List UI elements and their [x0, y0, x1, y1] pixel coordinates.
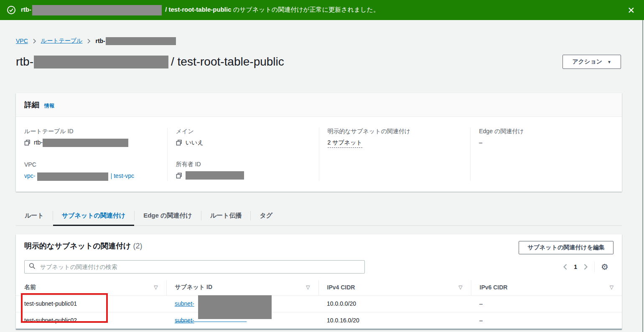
search-icon	[29, 263, 36, 271]
table-title: 明示的なサブネットの関連付け (2)	[24, 241, 142, 251]
tab-tags[interactable]: タグ	[251, 208, 281, 226]
table-row: test-subnet-public02 subnet- 10.0.16.0/2…	[16, 312, 622, 329]
route-table-id-label: ルートテーブル ID	[24, 128, 159, 134]
banner-resource-name: / test-root-table-public	[163, 6, 232, 13]
cell-name: test-subnet-public02	[16, 312, 166, 329]
breadcrumb-current-item: rtb-	[95, 37, 176, 45]
edge-assoc-label: Edge の関連付け	[479, 128, 613, 134]
subnet-count-popover-trigger[interactable]: 2 サブネット	[328, 138, 362, 148]
main-label: メイン	[176, 128, 311, 134]
filter-icon[interactable]: ▽	[306, 284, 310, 290]
edge-assoc-field: Edge の関連付け –	[479, 128, 613, 147]
page-title-prefix: rtb-	[16, 55, 33, 68]
redacted-route-table-id	[32, 5, 162, 15]
route-table-id-prefix: rtb-	[34, 139, 43, 146]
chevron-right-icon	[33, 38, 36, 44]
details-column-1: ルートテーブル ID rtb- VPC vpc-| test-vpc	[16, 128, 167, 181]
tab-edge-associations[interactable]: Edge の関連付け	[135, 208, 201, 226]
vpc-link-prefix: vpc-	[24, 172, 35, 179]
filter-icon[interactable]: ▽	[610, 284, 613, 290]
toolbar-divider	[594, 261, 595, 272]
cell-ipv6-cidr: –	[471, 312, 622, 329]
details-card: 詳細 情報 ルートテーブル ID rtb- VPC vpc-	[16, 93, 622, 192]
cell-name: test-subnet-public01	[16, 295, 166, 312]
vpc-label: VPC	[24, 161, 159, 168]
edge-assoc-value: –	[479, 138, 482, 147]
page-title: rtb- / test-root-table-public	[16, 55, 284, 68]
column-header-label: IPv4 CIDR	[327, 284, 355, 291]
redacted-vpc-id	[37, 172, 108, 181]
page-title-suffix: / test-root-table-public	[171, 55, 284, 68]
vpc-link-name: | test-vpc	[110, 172, 134, 179]
main-value: いいえ	[186, 138, 204, 147]
tab-routes[interactable]: ルート	[16, 208, 53, 226]
column-header-label: サブネット ID	[175, 284, 213, 291]
cell-ipv4-cidr: 10.0.16.0/20	[318, 312, 471, 329]
details-title: 詳細	[24, 100, 39, 110]
explicit-subnet-assoc-label: 明示的なサブネットの関連付け	[328, 128, 462, 134]
column-header-ipv6-cidr[interactable]: IPv6 CIDR▽	[471, 280, 622, 296]
tab-route-propagation[interactable]: ルート伝播	[201, 208, 251, 226]
filter-icon[interactable]: ▽	[154, 284, 158, 290]
previous-page-icon[interactable]	[563, 264, 568, 270]
banner-message: rtb- / test-root-table-public のサブネットの関連付…	[21, 5, 620, 15]
redacted-route-table-id	[43, 139, 128, 147]
table-title-text: 明示的なサブネットの関連付け	[24, 242, 131, 250]
tab-subnet-associations[interactable]: サブネットの関連付け	[53, 208, 134, 226]
column-header-label: 名前	[24, 284, 36, 291]
close-icon[interactable]: ✕	[625, 5, 637, 15]
subnet-link[interactable]: subnet-	[175, 300, 194, 307]
column-header-subnet-id[interactable]: サブネット ID▽	[166, 280, 318, 296]
explicit-subnet-assoc-field: 明示的なサブネットの関連付け 2 サブネット	[328, 128, 462, 148]
subnet-associations-table: 名前▽ サブネット ID▽ IPv4 CIDR▽ IPv6 CIDR▽ test…	[16, 280, 622, 329]
cell-ipv4-cidr: 10.0.0.0/20	[318, 295, 471, 312]
page-body: VPC ルートテーブル rtb- rtb- / test-root-table-…	[0, 20, 644, 332]
search-input-container[interactable]	[24, 260, 365, 274]
chevron-down-icon: ▼	[607, 60, 611, 64]
actions-button-label: アクション	[572, 58, 602, 66]
check-circle-icon	[7, 5, 16, 15]
column-header-name[interactable]: 名前▽	[16, 280, 166, 296]
column-header-label: IPv6 CIDR	[480, 284, 508, 291]
cell-ipv6-cidr: –	[471, 295, 622, 312]
next-page-icon[interactable]	[583, 264, 588, 270]
gear-icon[interactable]: ⚙	[601, 263, 608, 271]
breadcrumb-current-prefix: rtb-	[95, 38, 105, 44]
banner-resource-id: rtb-	[21, 6, 31, 13]
subnet-link[interactable]: subnet-	[175, 317, 194, 324]
banner-message-text: のサブネットの関連付けが正常に更新されました。	[232, 6, 379, 13]
redacted-route-table-id	[106, 37, 176, 45]
redacted-route-table-id	[34, 56, 168, 68]
copy-icon[interactable]	[24, 139, 31, 146]
vpc-link[interactable]: vpc-| test-vpc	[24, 172, 134, 180]
owner-id-field: 所有者 ID	[176, 161, 311, 180]
main-field: メイン いいえ	[176, 128, 311, 147]
redacted-subnet-ids	[198, 295, 272, 319]
tab-bar: ルート サブネットの関連付け Edge の関連付け ルート伝播 タグ	[16, 208, 622, 226]
pagination: 1 ⚙	[563, 261, 608, 272]
info-link[interactable]: 情報	[44, 102, 54, 109]
details-column-3: 明示的なサブネットの関連付け 2 サブネット	[319, 128, 471, 181]
filter-icon[interactable]: ▽	[458, 284, 462, 290]
edit-subnet-associations-button[interactable]: サブネットの関連付けを編集	[519, 241, 613, 254]
actions-button[interactable]: アクション ▼	[563, 55, 621, 69]
details-column-4: Edge の関連付け –	[470, 128, 622, 181]
table-header-row: 名前▽ サブネット ID▽ IPv4 CIDR▽ IPv6 CIDR▽	[16, 280, 622, 296]
table-row: test-subnet-public01 subnet- 10.0.0.0/20…	[16, 295, 622, 312]
search-input[interactable]	[39, 263, 360, 271]
vpc-field: VPC vpc-| test-vpc	[24, 161, 159, 180]
page-number[interactable]: 1	[574, 264, 577, 270]
table-count-badge: (2)	[133, 242, 142, 250]
column-header-ipv4-cidr[interactable]: IPv4 CIDR▽	[318, 280, 471, 296]
subnet-link-underline	[176, 322, 247, 322]
copy-icon[interactable]	[176, 172, 182, 179]
chevron-right-icon	[87, 38, 91, 44]
subnet-associations-card: 明示的なサブネットの関連付け (2) サブネットの関連付けを編集 1 ⚙	[16, 234, 622, 330]
details-card-header: 詳細 情報	[16, 93, 622, 117]
route-table-id-value: rtb-	[34, 138, 128, 147]
copy-icon[interactable]	[176, 139, 182, 146]
right-panel-edge	[642, 20, 643, 332]
success-banner: rtb- / test-root-table-public のサブネットの関連付…	[0, 0, 644, 20]
breadcrumb-route-tables-link[interactable]: ルートテーブル	[41, 37, 83, 45]
breadcrumb-vpc-link[interactable]: VPC	[16, 38, 28, 44]
